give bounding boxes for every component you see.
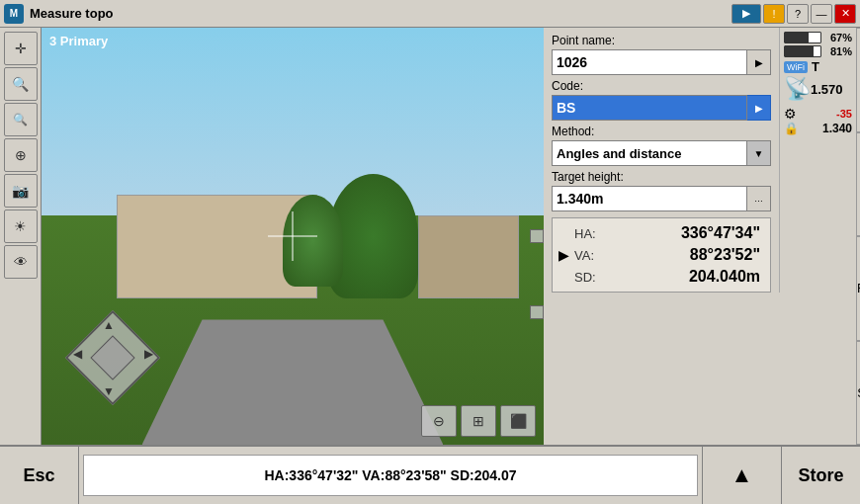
tool-target[interactable]: ⊕: [4, 138, 38, 172]
tool-camera[interactable]: 📷: [4, 174, 38, 208]
grid-tool[interactable]: ⊞: [461, 405, 496, 437]
battery2-fill: [785, 46, 814, 56]
top-status: Point name: ▶ Code: ▶ Method: Angles an: [544, 28, 856, 293]
lock-icon: 🔒: [784, 122, 799, 135]
navigate-button[interactable]: ▶: [731, 4, 761, 24]
code-label: Code:: [552, 79, 771, 93]
method-field-wrap: Angles and distance ▼: [552, 140, 771, 166]
title-bar: M Measure topo ▶ ! ? — ✕: [0, 0, 860, 28]
target-height-button[interactable]: …: [747, 186, 771, 211]
camera-label: 3 Primary: [49, 34, 108, 48]
battery2-pct: 81%: [830, 45, 852, 57]
bottom-bar: Esc HA:336°47'32" VA:88°23'58" SD:204.07…: [0, 445, 860, 504]
code-button[interactable]: ▶: [747, 95, 771, 121]
method-dropdown-btn[interactable]: ▼: [747, 140, 771, 166]
warning-button[interactable]: !: [763, 4, 785, 24]
device-icon-row: 📡 1.570: [784, 76, 852, 102]
wifi-badge: WiFi: [784, 61, 808, 73]
battery1-fill: [785, 33, 809, 42]
window-controls: ▶ ! ? — ✕: [731, 4, 856, 24]
target-height-field-wrap: …: [552, 186, 771, 211]
measurement-display: HA: 336°47'34" ▶ VA: 88°23'52" SD: 204.0…: [552, 217, 771, 293]
battery1-row: 67%: [784, 32, 852, 43]
method-label: Method:: [552, 125, 771, 138]
wifi-row: WiFi T: [784, 59, 852, 74]
tool-brightness[interactable]: ☀: [4, 210, 38, 243]
status-val2: -35: [836, 108, 852, 120]
help-button[interactable]: ?: [787, 4, 809, 24]
minimize-button[interactable]: —: [811, 4, 832, 24]
battery2-bar: [784, 45, 821, 57]
sky-background: [42, 28, 544, 215]
right-sidebar: Map Menu Favorites Switch to: [856, 28, 860, 445]
camera-view: 3 Primary ▲ ▼ ◀ ▶ ⊖ ⊞ ⬛: [42, 28, 544, 445]
tool-eye[interactable]: 👁: [4, 245, 38, 279]
t-label: T: [812, 59, 819, 74]
va-value: 88°23'52": [609, 246, 764, 264]
zoom-minus-tool[interactable]: ⊖: [421, 405, 457, 437]
left-toolbar: ✛ 🔍 🔍 ⊕ 📷 ☀ 👁: [0, 28, 42, 445]
target-height-input[interactable]: [552, 186, 747, 211]
esc-button[interactable]: Esc: [0, 447, 79, 504]
menu-button[interactable]: Menu: [856, 132, 860, 237]
window-title: Measure topo: [30, 6, 731, 21]
building2: [418, 215, 519, 298]
va-arrow: ▶: [559, 247, 574, 263]
favorites-button[interactable]: Favorites: [856, 236, 860, 341]
va-key: VA:: [574, 248, 609, 263]
lock-row: ⚙ -35: [784, 106, 852, 122]
tool-crosshair[interactable]: ✛: [4, 32, 38, 65]
app-icon: M: [4, 4, 24, 24]
sd-row: SD: 204.040m: [559, 266, 764, 288]
battery1-bar: [784, 32, 821, 43]
battery1-pct: 67%: [830, 32, 852, 43]
sd-value: 204.040m: [609, 268, 764, 286]
side-indicator-top: [530, 229, 544, 243]
tool-zoom-in[interactable]: 🔍: [4, 67, 38, 101]
device-icon: 📡: [784, 76, 811, 102]
method-display[interactable]: Angles and distance: [552, 140, 747, 166]
sd-key: SD:: [574, 270, 609, 285]
store-button[interactable]: Store: [781, 447, 860, 504]
ha-key: HA:: [574, 226, 609, 241]
point-name-input[interactable]: [552, 49, 747, 75]
ha-value: 336°47'34": [609, 224, 764, 242]
switch-to-button[interactable]: Switch to: [856, 341, 860, 446]
code-input[interactable]: [552, 95, 747, 121]
settings-icon: ⚙: [784, 106, 797, 122]
point-name-field-wrap: ▶: [552, 49, 771, 75]
point-name-button[interactable]: ▶: [747, 49, 771, 75]
main-layout: ✛ 🔍 🔍 ⊕ 📷 ☀ 👁 3 Primary ▲ ▼ ◀ ▶: [0, 28, 860, 445]
val3-row: 🔒 1.340: [784, 122, 852, 135]
status-text: HA:336°47'32" VA:88°23'58" SD:204.07: [83, 455, 698, 496]
code-field-wrap: ▶: [552, 95, 771, 121]
status-val1: 1.570: [811, 82, 843, 97]
crosshair: [268, 211, 317, 261]
up-button[interactable]: ▲: [702, 447, 781, 504]
frame-tool[interactable]: ⬛: [500, 405, 536, 437]
ha-row: HA: 336°47'34": [559, 222, 764, 244]
right-panel-inner: Point name: ▶ Code: ▶ Method: Angles an: [544, 28, 856, 445]
right-panel: Point name: ▶ Code: ▶ Method: Angles an: [544, 28, 860, 445]
form-area: Point name: ▶ Code: ▶ Method: Angles an: [544, 28, 779, 293]
nav-overlay[interactable]: ▲ ▼ ◀ ▶: [71, 316, 160, 405]
bottom-tools: ⊖ ⊞ ⬛: [421, 405, 536, 437]
point-name-label: Point name:: [552, 34, 771, 47]
map-button[interactable]: Map: [856, 28, 860, 132]
status-area: 67% 81% WiFi T 📡: [779, 28, 856, 293]
va-row: ▶ VA: 88°23'52": [559, 244, 764, 266]
status-val3: 1.340: [822, 122, 852, 135]
battery2-row: 81%: [784, 45, 852, 57]
tool-zoom-out[interactable]: 🔍: [4, 103, 38, 136]
close-button[interactable]: ✕: [834, 4, 856, 24]
target-height-label: Target height:: [552, 170, 771, 184]
side-indicator-bottom: [530, 305, 544, 319]
